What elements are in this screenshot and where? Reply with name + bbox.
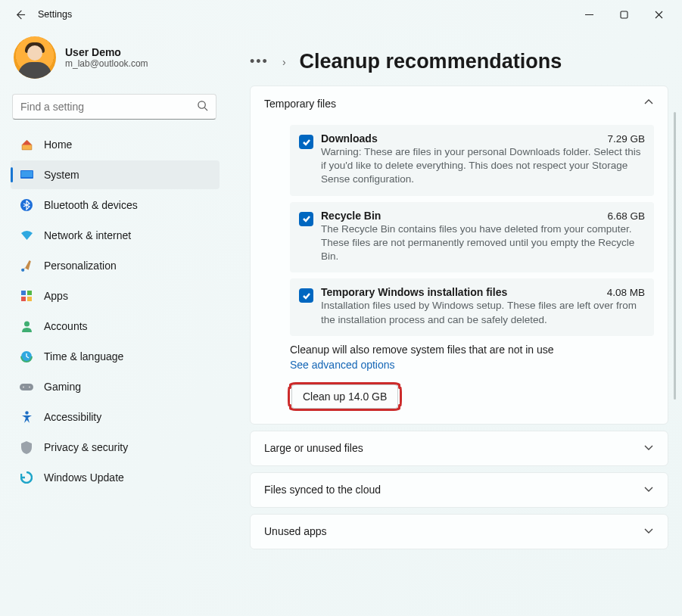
sidebar-item-label: Privacy & security xyxy=(44,441,128,453)
item-description: The Recycle Bin contains files you have … xyxy=(321,222,645,264)
svg-rect-7 xyxy=(27,291,32,295)
sidebar-item-apps[interactable]: Apps xyxy=(11,282,220,310)
checkbox-downloads[interactable] xyxy=(299,135,313,149)
advanced-options-link[interactable]: See advanced options xyxy=(290,359,395,371)
sidebar-item-label: Bluetooth & devices xyxy=(44,199,138,211)
close-button[interactable] xyxy=(641,2,676,26)
item-description: Installation files used by Windows setup… xyxy=(321,299,645,326)
svg-point-14 xyxy=(23,386,24,387)
shield-icon xyxy=(20,441,33,454)
item-size: 7.29 GB xyxy=(607,133,645,145)
section-temporary-files: Temporary files Downloads 7.29 GB Warnin… xyxy=(250,86,668,425)
main-content: ••• › Cleanup recommendations Temporary … xyxy=(227,29,682,616)
sidebar-item-system[interactable]: System xyxy=(11,160,220,189)
sidebar-item-label: Personalization xyxy=(44,260,117,272)
section-title: Unused apps xyxy=(264,525,327,537)
section-unused-apps[interactable]: Unused apps xyxy=(250,514,668,549)
section-title: Temporary files xyxy=(264,98,336,110)
accessibility-icon xyxy=(20,411,33,424)
sidebar-item-label: Accounts xyxy=(44,320,88,332)
sidebar-item-network[interactable]: Network & internet xyxy=(11,221,220,250)
update-icon xyxy=(20,471,33,484)
svg-point-5 xyxy=(21,268,24,271)
sidebar-item-label: System xyxy=(44,169,79,181)
scrollbar[interactable] xyxy=(674,112,676,400)
breadcrumb: ••• › Cleanup recommendations xyxy=(250,35,668,86)
highlight-box: Clean up 14.0 GB xyxy=(290,389,400,404)
svg-rect-0 xyxy=(621,11,628,18)
back-button[interactable] xyxy=(6,1,33,28)
maximize-button[interactable] xyxy=(606,2,641,26)
item-size: 6.68 GB xyxy=(607,210,645,222)
sidebar-item-label: Apps xyxy=(44,290,68,302)
profile-block[interactable]: User Demo m_lab@outlook.com xyxy=(11,29,220,92)
checkbox-recycle-bin[interactable] xyxy=(299,212,313,226)
sidebar: User Demo m_lab@outlook.com Home System … xyxy=(0,29,227,616)
svg-rect-9 xyxy=(27,297,32,301)
svg-rect-13 xyxy=(20,384,33,390)
minimize-button[interactable] xyxy=(571,2,606,26)
search-input[interactable] xyxy=(20,101,197,113)
cleanup-item-temp-install[interactable]: Temporary Windows installation files 4.0… xyxy=(290,278,654,335)
chevron-down-icon xyxy=(643,442,654,455)
apps-icon xyxy=(20,290,33,302)
sidebar-item-time[interactable]: Time & language xyxy=(11,342,220,371)
breadcrumb-overflow[interactable]: ••• xyxy=(250,54,269,70)
sidebar-item-label: Windows Update xyxy=(44,471,124,484)
chevron-right-icon: › xyxy=(282,56,286,68)
home-icon xyxy=(20,138,33,151)
brush-icon xyxy=(20,260,33,272)
section-large-files[interactable]: Large or unused files xyxy=(250,431,668,466)
system-icon xyxy=(20,170,33,180)
cleanup-item-downloads[interactable]: Downloads 7.29 GB Warning: These are fil… xyxy=(290,125,654,196)
item-description: Warning: These are files in your persona… xyxy=(321,145,645,187)
svg-point-16 xyxy=(25,411,28,414)
svg-point-1 xyxy=(198,101,205,108)
svg-rect-3 xyxy=(21,171,33,177)
sidebar-item-gaming[interactable]: Gaming xyxy=(11,372,220,401)
sidebar-item-label: Network & internet xyxy=(44,229,131,241)
cleanup-item-recycle-bin[interactable]: Recycle Bin 6.68 GB The Recycle Bin cont… xyxy=(290,202,654,273)
item-title: Downloads xyxy=(321,132,378,145)
page-title: Cleanup recommendations xyxy=(300,50,562,73)
item-size: 4.08 MB xyxy=(607,287,645,298)
chevron-down-icon xyxy=(643,484,654,496)
person-icon xyxy=(20,320,33,332)
sidebar-item-update[interactable]: Windows Update xyxy=(11,463,220,492)
svg-point-10 xyxy=(24,322,30,327)
sidebar-item-label: Accessibility xyxy=(44,411,101,423)
chevron-up-icon xyxy=(643,97,654,110)
sidebar-item-label: Time & language xyxy=(44,350,123,362)
svg-rect-8 xyxy=(21,297,26,301)
cleanup-note: Cleanup will also remove system files th… xyxy=(290,344,654,356)
sidebar-item-accessibility[interactable]: Accessibility xyxy=(11,403,220,431)
sidebar-item-privacy[interactable]: Privacy & security xyxy=(11,433,220,462)
svg-rect-6 xyxy=(21,291,26,295)
section-title: Large or unused files xyxy=(264,442,363,454)
wifi-icon xyxy=(20,230,33,241)
sidebar-item-bluetooth[interactable]: Bluetooth & devices xyxy=(11,191,220,219)
svg-point-15 xyxy=(29,386,30,387)
gamepad-icon xyxy=(20,382,33,392)
search-icon xyxy=(197,100,208,114)
section-cloud-files[interactable]: Files synced to the cloud xyxy=(250,472,668,508)
clock-icon xyxy=(20,350,33,362)
section-title: Files synced to the cloud xyxy=(264,484,381,496)
checkbox-temp-install[interactable] xyxy=(299,288,313,303)
item-title: Recycle Bin xyxy=(321,210,381,222)
titlebar: Settings xyxy=(0,0,682,29)
search-box[interactable] xyxy=(12,94,216,120)
sidebar-item-label: Home xyxy=(44,138,72,151)
item-title: Temporary Windows installation files xyxy=(321,286,507,298)
section-header-temporary[interactable]: Temporary files xyxy=(251,86,668,120)
sidebar-item-home[interactable]: Home xyxy=(11,130,220,159)
window-title: Settings xyxy=(38,9,72,20)
sidebar-item-personalization[interactable]: Personalization xyxy=(11,251,220,280)
sidebar-item-label: Gaming xyxy=(44,381,81,393)
bluetooth-icon xyxy=(20,199,33,211)
chevron-down-icon xyxy=(643,525,654,538)
avatar xyxy=(14,36,56,79)
sidebar-item-accounts[interactable]: Accounts xyxy=(11,312,220,341)
cleanup-button[interactable]: Clean up 14.0 GB xyxy=(291,384,398,409)
profile-name: User Demo xyxy=(65,46,148,58)
